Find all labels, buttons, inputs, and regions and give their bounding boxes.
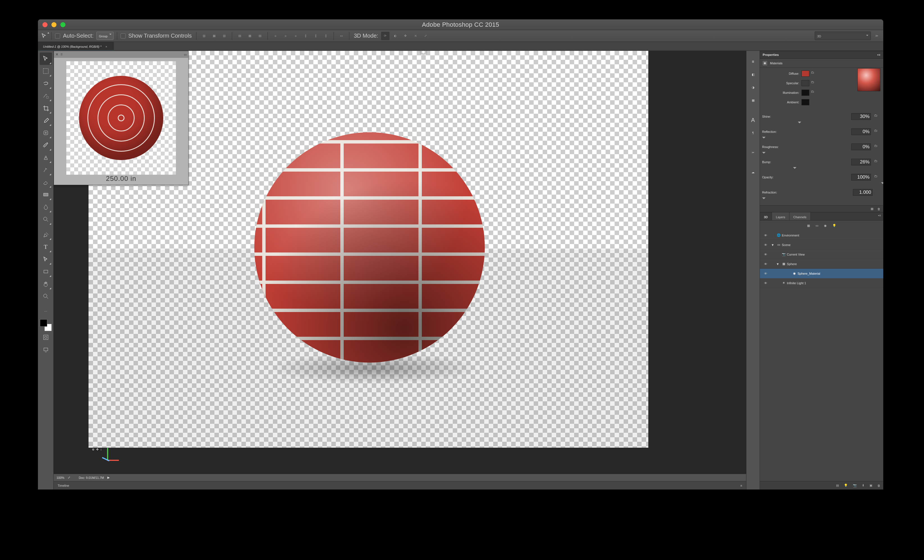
hand-tool[interactable] bbox=[40, 278, 52, 290]
minimize-window-button[interactable] bbox=[51, 22, 57, 27]
tab-3d[interactable]: 3D bbox=[760, 212, 772, 220]
align-vertical-centers-icon[interactable]: ▦ bbox=[246, 32, 254, 40]
visibility-toggle-icon[interactable]: 👁 bbox=[760, 253, 771, 256]
auto-select-dropdown[interactable]: Group bbox=[96, 32, 114, 40]
secondary-panel-menu-icon[interactable]: ▪≡ bbox=[878, 212, 883, 220]
type-tool[interactable]: T bbox=[40, 241, 52, 253]
crop-tool[interactable] bbox=[40, 102, 52, 114]
timeline-menu-icon[interactable]: ≡ bbox=[741, 484, 742, 487]
add-to-scene-icon[interactable]: ⬇︎ bbox=[862, 484, 864, 487]
marquee-tool[interactable] bbox=[40, 65, 52, 77]
slider-track[interactable] bbox=[762, 151, 881, 155]
scene-tree-row[interactable]: 👁🌐Environment bbox=[760, 231, 883, 240]
expand-arrow-icon[interactable]: ▼ bbox=[771, 243, 776, 247]
visibility-toggle-icon[interactable]: 👁 bbox=[760, 262, 771, 266]
filter-lights-icon[interactable]: 💡 bbox=[832, 224, 836, 228]
slider-value-input[interactable]: 30% bbox=[851, 113, 871, 120]
eraser-tool[interactable] bbox=[40, 176, 52, 189]
zoom-window-button[interactable] bbox=[60, 22, 66, 27]
eyedropper-tool[interactable] bbox=[40, 114, 52, 127]
screen-mode-button[interactable] bbox=[40, 343, 52, 356]
specular-swatch[interactable] bbox=[801, 80, 809, 86]
uv-overlay-header[interactable]: × ⠿ ▭ bbox=[54, 51, 188, 58]
uv-panel-menu-icon[interactable]: ▭ bbox=[184, 53, 187, 57]
filter-meshes-icon[interactable]: ▭ bbox=[816, 224, 818, 228]
slider-value-input[interactable]: 1.000 bbox=[853, 189, 873, 196]
properties-footer-grid-icon[interactable]: ▦ bbox=[871, 207, 873, 211]
gradient-tool[interactable] bbox=[40, 189, 52, 201]
timeline-panel[interactable]: Timeline ≡ bbox=[54, 481, 746, 490]
active-tool-icon[interactable] bbox=[40, 32, 48, 40]
slider-texture-picker-icon[interactable]: 🗀 bbox=[874, 159, 881, 165]
slider-value-input[interactable]: 26% bbox=[851, 159, 871, 165]
scene-tree-row[interactable]: 👁☀Infinite Light 1 bbox=[760, 279, 883, 288]
pen-tool[interactable] bbox=[40, 228, 52, 241]
show-transform-checkbox[interactable] bbox=[120, 33, 126, 39]
quick-mask-button[interactable] bbox=[40, 331, 52, 343]
distribute-left-icon[interactable]: ∥ bbox=[302, 32, 310, 40]
uv-close-icon[interactable]: × bbox=[56, 52, 58, 57]
properties-footer-trash-icon[interactable]: 🗑 bbox=[878, 207, 880, 211]
history-brush-tool[interactable] bbox=[40, 164, 52, 176]
specular-texture-picker-icon[interactable]: 🗀 bbox=[811, 80, 818, 86]
clone-stamp-tool[interactable] bbox=[40, 151, 52, 164]
quick-selection-tool[interactable] bbox=[40, 90, 52, 102]
workspace-switcher[interactable]: 3D bbox=[814, 31, 871, 40]
path-selection-tool[interactable] bbox=[40, 253, 52, 265]
adjustments-panel-icon[interactable]: ◑ bbox=[748, 82, 758, 93]
ambient-swatch[interactable] bbox=[801, 99, 809, 105]
distribute-hcenter-icon[interactable]: ∥ bbox=[312, 32, 320, 40]
slider-track[interactable] bbox=[762, 121, 881, 125]
scene-tree-row[interactable]: 👁◉Sphere_Material bbox=[760, 269, 883, 279]
document-tab[interactable]: Untitled-1 @ 100% (Background, RGB/8) * … bbox=[38, 42, 114, 51]
uv-panel-drag-icon[interactable]: ⠿ bbox=[60, 53, 63, 57]
scene-tree-row[interactable]: 👁▼▭Scene bbox=[760, 240, 883, 250]
slider-texture-picker-icon[interactable]: 🗀 bbox=[874, 144, 881, 150]
close-document-icon[interactable]: × bbox=[105, 45, 107, 48]
infinite-light-widget[interactable]: ✺ bbox=[420, 51, 427, 57]
illumination-swatch[interactable] bbox=[801, 90, 809, 96]
actions-panel-icon[interactable]: ✂ bbox=[748, 147, 758, 157]
3d-pan-icon[interactable]: ✥ bbox=[401, 32, 410, 40]
status-expand-icon[interactable]: ⤢ bbox=[68, 476, 70, 479]
diffuse-texture-picker-icon[interactable]: 🗀 bbox=[811, 71, 818, 76]
expand-arrow-icon[interactable]: ▼ bbox=[776, 262, 781, 266]
canvas-viewport[interactable]: ✺ × ⠿ ▭ 250.00 in 250.00 in 250.00 in 25… bbox=[54, 51, 746, 474]
zoom-level[interactable]: 100% bbox=[57, 476, 64, 479]
history-panel-icon[interactable]: ≣ bbox=[748, 57, 758, 67]
color-panel-icon[interactable]: ◧ bbox=[748, 69, 758, 79]
healing-brush-tool[interactable] bbox=[40, 127, 52, 139]
foreground-background-swatches[interactable] bbox=[40, 319, 52, 331]
properties-panel-tab[interactable]: Properties ▪≡ bbox=[760, 51, 883, 59]
visibility-toggle-icon[interactable]: 👁 bbox=[760, 281, 771, 285]
material-preview-thumbnail[interactable] bbox=[857, 68, 880, 91]
uv-overlay-panel[interactable]: × ⠿ ▭ 250.00 in 250.00 in 250.00 in 250.… bbox=[54, 51, 189, 185]
brush-tool[interactable] bbox=[40, 139, 52, 151]
edit-toolbar-button[interactable]: ⋯ bbox=[40, 305, 52, 317]
styles-panel-icon[interactable]: ▦ bbox=[748, 95, 758, 105]
doc-info[interactable]: Doc: 9.01M/11.7M bbox=[79, 476, 104, 479]
diffuse-swatch[interactable] bbox=[801, 70, 809, 77]
align-top-edges-icon[interactable]: ▤ bbox=[236, 32, 244, 40]
auto-align-icon[interactable]: ▭ bbox=[337, 32, 346, 40]
slider-texture-picker-icon[interactable]: 🗀 bbox=[874, 114, 881, 119]
new-item-icon[interactable]: ▣ bbox=[870, 484, 872, 487]
tab-channels[interactable]: Channels bbox=[789, 212, 810, 220]
properties-panel-menu-icon[interactable]: ▪≡ bbox=[878, 53, 880, 57]
zoom-tool[interactable] bbox=[40, 290, 52, 302]
slider-track[interactable] bbox=[762, 166, 881, 171]
align-bottom-edges-icon[interactable]: ▤ bbox=[256, 32, 264, 40]
scene-tree-row[interactable]: 👁📷Current View bbox=[760, 250, 883, 259]
distribute-vcenter-icon[interactable]: ≡ bbox=[281, 32, 290, 40]
scene-tree-row[interactable]: 👁▼▦Sphere bbox=[760, 259, 883, 269]
slider-track[interactable] bbox=[762, 136, 881, 140]
dodge-tool[interactable] bbox=[40, 213, 52, 226]
slider-value-input[interactable]: 100% bbox=[851, 174, 871, 181]
tab-layers[interactable]: Layers bbox=[772, 212, 789, 220]
visibility-toggle-icon[interactable]: 👁 bbox=[760, 272, 771, 275]
libraries-panel-icon[interactable]: ☁ bbox=[748, 167, 758, 177]
illumination-texture-picker-icon[interactable]: 🗀 bbox=[811, 90, 818, 96]
blur-tool[interactable] bbox=[40, 201, 52, 213]
distribute-bottom-icon[interactable]: ≡ bbox=[291, 32, 300, 40]
3d-axis-widget[interactable] bbox=[99, 448, 118, 467]
